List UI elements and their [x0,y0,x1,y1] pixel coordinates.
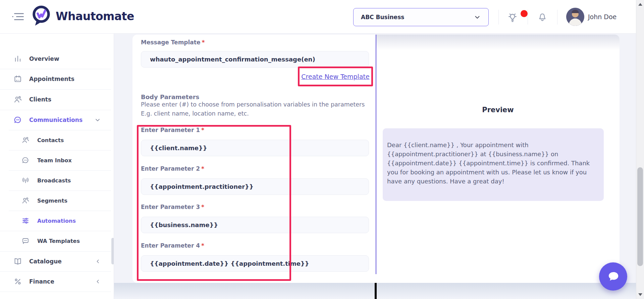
menu-toggle-icon[interactable] [12,13,23,20]
sidebar-item-label: Finance [29,278,54,285]
parameter-2-label: Enter Parameter 2* [141,165,204,172]
header-divider [498,10,499,25]
scroll-up-arrow-icon[interactable] [638,3,642,6]
sidebar-item-label: Contacts [37,137,64,143]
calendar-icon [13,75,22,83]
sidebar-item-clients[interactable]: Clients [0,89,111,110]
parameter-1-label: Enter Parameter 1* [141,127,204,133]
user-name: John Doe [588,0,616,34]
parameter-3-label: Enter Parameter 3* [141,204,204,210]
bar-chart-icon [13,54,22,63]
sidebar-item-label: Segments [37,198,67,204]
bottom-divider-line [375,283,377,299]
page-scrollbar-thumb[interactable] [637,167,643,266]
sidebar-item-appointments[interactable]: Appointments [0,69,111,89]
sidebar-item-finance[interactable]: Finance [0,271,111,292]
sidebar-item-broadcasts[interactable]: Broadcasts [0,170,111,190]
whats-new-button[interactable] [506,10,519,23]
sidebar-nav: Overview Appointments [0,34,114,299]
message-template-input[interactable] [141,51,369,68]
lightbulb-icon [507,11,518,23]
user-avatar[interactable] [566,8,584,26]
parameter-2-input[interactable] [141,178,369,195]
notifications-button[interactable] [536,10,549,23]
divider [0,292,111,292]
panel-divider [376,35,376,274]
sidebar-scrollbar-thumb[interactable] [111,238,114,264]
chat-square-icon [21,237,30,245]
sidebar-item-catalogue[interactable]: Catalogue [0,251,111,271]
message-template-label: Message Template* [141,39,205,46]
parameter-4-label: Enter Parameter 4* [141,242,204,249]
sidebar-item-label: Automations [37,218,76,224]
notification-badge [521,10,528,17]
sidebar-item-label: Overview [29,55,59,62]
sidebar-item-label: WA Templates [37,238,80,244]
preview-heading: Preview [376,106,620,114]
parameter-4-input[interactable] [141,255,369,272]
broadcast-icon [21,176,30,185]
scroll-down-arrow-icon[interactable] [638,293,642,296]
create-new-template-link[interactable]: Create New Template [300,68,371,85]
chevron-down-icon [94,117,101,123]
parameter-3-input[interactable] [141,217,369,233]
parameter-1-input[interactable] [141,140,369,156]
support-chat-button[interactable] [599,262,627,291]
automation-form-card: Message Template* Create New Template Bo… [132,35,620,283]
sidebar-item-overview[interactable]: Overview [0,49,111,69]
percent-icon [13,277,22,286]
chat-bubble-icon [13,116,22,124]
brand-name: Whautomate [56,10,134,23]
chevron-left-icon [95,258,101,264]
sidebar-item-wa-templates[interactable]: WA Templates [0,231,111,251]
chat-bubble-icon [606,269,620,284]
sidebar-item-label: Communications [29,117,83,123]
book-icon [13,257,22,266]
page-scrollbar[interactable] [636,0,644,299]
header-divider [557,10,557,25]
business-selector[interactable]: ABC Business [353,8,489,26]
bell-icon [537,11,548,22]
chevron-left-icon [95,279,101,285]
sidebar-item-team-inbox[interactable]: Team Inbox [0,150,111,170]
sidebar-item-contacts[interactable]: Contacts [0,130,111,150]
sidebar-item-label: Appointments [29,76,74,82]
whautomate-logo-icon [31,4,52,28]
avatar-shirt [569,18,582,26]
users-icon [13,95,22,104]
sidebar-item-segments[interactable]: Segments [0,190,111,211]
sidebar-item-label: Broadcasts [37,177,71,184]
sidebar-item-partial[interactable] [0,296,111,299]
sidebar-item-label: Clients [29,96,51,103]
body-parameters-heading: Body Parameters [141,93,199,100]
users-icon [21,196,30,205]
sidebar-item-label: Team Inbox [37,157,72,164]
body-parameters-description-line2: E.g. client name, location name, etc. [141,110,376,117]
brand-logo[interactable]: Whautomate [31,4,134,28]
chat-bubble-icon [21,156,30,165]
avatar-hair [572,10,579,13]
users-icon [21,136,30,144]
business-selector-value: ABC Business [361,14,404,20]
sidebar-item-label: Catalogue [29,258,62,265]
body-parameters-description-line1: Please enter (#) to choose from personal… [141,101,376,108]
sidebar-item-automations[interactable]: Automations [0,211,111,231]
app-window: Whautomate ABC Business [0,0,644,299]
preview-message-bubble: Dear {{client.name}} , Your appointment … [383,128,604,201]
panel-top-shade [376,35,620,50]
chevron-down-icon [474,13,481,21]
sliders-icon [21,216,30,225]
sidebar-item-communications[interactable]: Communications [0,110,111,130]
header-divider [528,10,528,25]
top-header: Whautomate ABC Business [0,0,636,34]
